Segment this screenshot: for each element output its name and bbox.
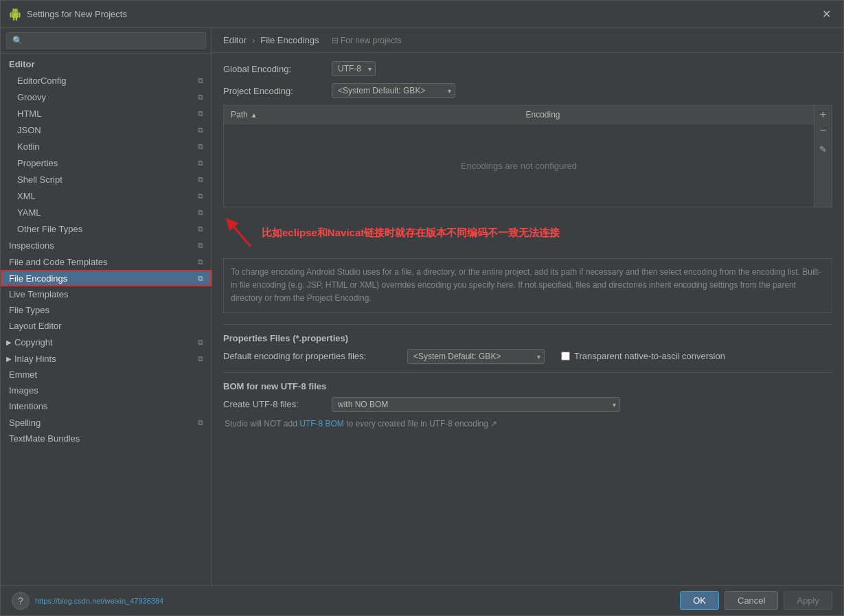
sidebar-item-textmate-bundles[interactable]: TextMate Bundles <box>1 431 212 446</box>
sidebar-item-spelling[interactable]: Spelling ⧉ <box>1 414 212 431</box>
sidebar-section-editor: Editor EditorConfig ⧉ Groovy ⧉ HTML ⧉ <box>1 54 212 446</box>
copy-icon: ⧉ <box>195 174 206 185</box>
copy-icon: ⧉ <box>195 75 206 86</box>
copy-icon: ⧉ <box>195 207 206 218</box>
expand-arrow: ▶ <box>6 355 12 363</box>
content-header: Editor › File Encodings ⊟ For new projec… <box>212 28 843 53</box>
bom-note-suffix: to every created file in UTF-8 encoding … <box>344 419 497 429</box>
expand-arrow: ▶ <box>6 339 12 346</box>
sidebar-item-intentions[interactable]: Intentions <box>1 398 212 414</box>
breadcrumb-current: File Encodings <box>260 35 319 45</box>
transparent-checkbox[interactable] <box>561 352 570 361</box>
section-divider-2 <box>223 372 832 373</box>
copy-icon: ⧉ <box>195 353 206 364</box>
sidebar-item-emmet[interactable]: Emmet <box>1 367 212 383</box>
remove-encoding-button[interactable]: − <box>816 123 831 138</box>
global-encoding-label: Global Encoding: <box>223 64 326 74</box>
add-encoding-button[interactable]: + <box>816 107 831 122</box>
footer-buttons: OK Cancel Apply <box>680 591 832 610</box>
copy-icon: ⧉ <box>195 336 206 347</box>
dialog-body: Editor EditorConfig ⧉ Groovy ⧉ HTML ⧉ <box>1 28 843 585</box>
sidebar-item-layout-editor[interactable]: Layout Editor <box>1 318 212 334</box>
breadcrumb-parent: Editor <box>223 35 247 45</box>
title-bar: Settings for New Projects ✕ <box>1 1 843 28</box>
ok-button[interactable]: OK <box>680 591 719 610</box>
bom-link[interactable]: UTF-8 BOM <box>299 419 344 429</box>
search-box <box>1 28 212 54</box>
sidebar-item-shell-script[interactable]: Shell Script ⧉ <box>1 171 212 187</box>
sidebar-item-live-templates[interactable]: Live Templates <box>1 286 212 302</box>
sidebar-item-copyright[interactable]: ▶ Copyright ⧉ <box>1 334 212 350</box>
bom-note-text: Studio will NOT add <box>225 419 299 429</box>
bom-note: Studio will NOT add UTF-8 BOM to every c… <box>223 419 832 429</box>
copy-icon: ⧉ <box>195 240 206 251</box>
info-text-content: To change encoding Android Studio uses f… <box>231 267 821 303</box>
sidebar-item-images[interactable]: Images <box>1 383 212 398</box>
global-encoding-select[interactable]: UTF-8 <box>332 61 376 76</box>
title-bar-left: Settings for New Projects <box>9 8 127 21</box>
encoding-table-header: Path ▲ Encoding <box>224 106 814 124</box>
properties-encoding-row: Default encoding for properties files: <… <box>223 349 832 364</box>
col-encoding-header: Encoding <box>519 106 814 124</box>
svg-line-1 <box>230 223 251 247</box>
bom-section-title: BOM for new UTF-8 files <box>223 381 832 391</box>
sidebar-item-properties[interactable]: Properties ⧉ <box>1 155 212 171</box>
dialog-title: Settings for New Projects <box>27 9 127 19</box>
encoding-table-inner: Path ▲ Encoding Encodings are not config… <box>224 106 814 207</box>
sidebar-item-kotlin[interactable]: Kotlin ⧉ <box>1 138 212 155</box>
cancel-button[interactable]: Cancel <box>725 591 778 610</box>
properties-section-title: Properties Files (*.properties) <box>223 333 832 343</box>
sidebar: Editor EditorConfig ⧉ Groovy ⧉ HTML ⧉ <box>1 28 212 585</box>
search-input[interactable] <box>6 32 206 49</box>
copy-icon: ⧉ <box>195 124 206 135</box>
properties-encoding-label: Default encoding for properties files: <box>223 351 402 361</box>
breadcrumb-separator: › <box>252 35 255 45</box>
sidebar-item-other-file-types[interactable]: Other File Types ⧉ <box>1 220 212 237</box>
footer-url: https://blog.csdn.net/weixin_47936384 <box>35 597 163 605</box>
annotation-arrow-svg <box>223 216 258 250</box>
sidebar-item-editorconfig[interactable]: EditorConfig ⧉ <box>1 72 212 89</box>
project-encoding-select[interactable]: <System Default: GBK> <box>332 83 455 98</box>
copy-icon: ⧉ <box>195 417 206 428</box>
properties-encoding-select[interactable]: <System Default: GBK> <box>407 349 545 364</box>
sidebar-item-file-types[interactable]: File Types <box>1 302 212 318</box>
close-button[interactable]: ✕ <box>818 6 835 22</box>
bom-select[interactable]: with NO BOM <box>332 397 620 412</box>
sidebar-item-inlay-hints[interactable]: ▶ Inlay Hints ⧉ <box>1 350 212 367</box>
main-content: Editor › File Encodings ⊟ For new projec… <box>212 28 843 585</box>
transparent-checkbox-label[interactable]: Transparent native-to-ascii conversion <box>561 351 725 361</box>
properties-encoding-select-wrapper: <System Default: GBK> <box>407 349 545 364</box>
col-path-header: Path ▲ <box>224 106 519 124</box>
copy-icon: ⧉ <box>195 157 206 168</box>
android-icon <box>9 8 21 21</box>
copy-icon: ⧉ <box>195 223 206 234</box>
global-encoding-row: Global Encoding: UTF-8 <box>223 61 832 76</box>
sidebar-item-yaml[interactable]: YAML ⧉ <box>1 204 212 220</box>
encoding-side-actions: + − ✎ <box>814 106 832 207</box>
sidebar-item-groovy[interactable]: Groovy ⧉ <box>1 89 212 105</box>
copy-icon: ⧉ <box>195 256 206 267</box>
annotation-container: 比如eclipse和Navicat链接时就存在版本不同编码不一致无法连接 <box>223 216 832 250</box>
global-encoding-select-wrapper: UTF-8 <box>332 61 376 76</box>
help-button[interactable]: ? <box>12 592 30 610</box>
for-new-projects-label: ⊟ For new projects <box>332 36 402 45</box>
copy-icon: ⧉ <box>195 108 206 119</box>
sidebar-group-editor: Editor <box>1 54 212 72</box>
dialog-footer: ? https://blog.csdn.net/weixin_47936384 … <box>1 585 843 615</box>
content-body: Global Encoding: UTF-8 Project Encoding:… <box>212 53 843 585</box>
copy-icon: ⧉ <box>195 273 206 284</box>
edit-encoding-button[interactable]: ✎ <box>816 141 831 157</box>
transparent-label: Transparent native-to-ascii conversion <box>574 351 725 361</box>
annotation-text: 比如eclipse和Navicat链接时就存在版本不同编码不一致无法连接 <box>262 221 560 245</box>
bom-create-row: Create UTF-8 files: with NO BOM <box>223 397 832 412</box>
sidebar-item-xml[interactable]: XML ⧉ <box>1 187 212 204</box>
encoding-table-body: Encodings are not configured <box>224 124 814 207</box>
sidebar-item-file-and-code-templates[interactable]: File and Code Templates ⧉ <box>1 253 212 270</box>
sidebar-item-json[interactable]: JSON ⧉ <box>1 122 212 138</box>
sidebar-item-html[interactable]: HTML ⧉ <box>1 105 212 122</box>
encoding-empty-message: Encodings are not configured <box>447 147 591 185</box>
sidebar-item-inspections[interactable]: Inspections ⧉ <box>1 237 212 253</box>
apply-button[interactable]: Apply <box>784 591 832 610</box>
sidebar-item-file-encodings[interactable]: File Encodings ⧉ <box>1 270 212 286</box>
bom-create-label: Create UTF-8 files: <box>223 399 326 409</box>
